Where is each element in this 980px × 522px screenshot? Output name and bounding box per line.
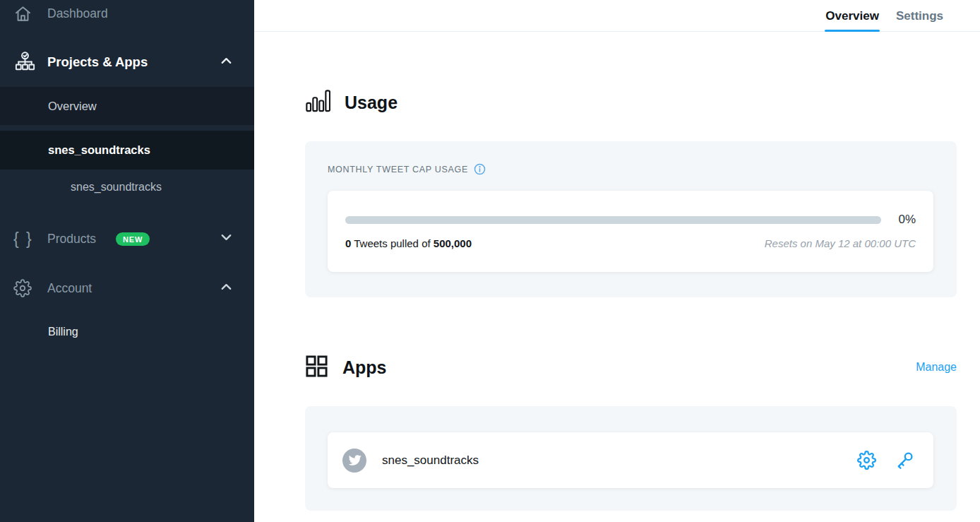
main-content: Overview Settings Usage MONTHLY TWEET CA… [254, 0, 980, 522]
home-icon [13, 4, 47, 23]
info-icon[interactable] [474, 163, 486, 175]
sidebar-item-products[interactable]: { } Products NEW [0, 223, 254, 254]
chevron-up-icon [218, 53, 234, 72]
sidebar-item-label: Overview [48, 100, 97, 113]
apps-card: snes_soundtracks [305, 406, 957, 511]
sitemap-icon [13, 51, 47, 74]
api-key-icon[interactable] [895, 451, 914, 470]
chevron-up-icon [218, 279, 234, 298]
new-badge: NEW [116, 232, 150, 246]
sidebar-item-label: Products [47, 232, 96, 247]
sidebar-item-label: snes_soundtracks [48, 143, 150, 157]
top-tab-bar: Overview Settings [254, 0, 980, 32]
bar-chart-icon [305, 89, 330, 116]
sidebar-item-label: Dashboard [47, 6, 108, 21]
app-list-item[interactable]: snes_soundtracks [328, 432, 933, 488]
usage-section-title: Usage [345, 93, 398, 113]
progress-row: 0% [345, 213, 916, 227]
sidebar-item-label: Projects & Apps [47, 54, 148, 70]
usage-meta-row: 0 Tweets pulled of 500,000 Resets on May… [345, 237, 916, 249]
usage-section-header: Usage [305, 89, 398, 116]
app-root: Dashboard Projects & Apps [0, 0, 980, 522]
progress-track [345, 216, 881, 224]
avatar [342, 449, 366, 473]
sidebar-item-overview[interactable]: Overview [0, 87, 254, 125]
sidebar-item-projects-apps[interactable]: Projects & Apps [0, 45, 254, 79]
tweets-pulled-label: Tweets pulled of [351, 237, 433, 249]
resets-text: Resets on May 12 at 00:00 UTC [765, 237, 916, 249]
tweets-pulled-text: 0 Tweets pulled of 500,000 [345, 237, 472, 249]
tweet-cap-usage-panel: 0% 0 Tweets pulled of 500,000 Resets on … [328, 191, 933, 272]
sidebar-item-dashboard[interactable]: Dashboard [0, 0, 254, 27]
apps-section-header: Apps Manage [305, 354, 957, 381]
twitter-bird-icon [348, 453, 361, 467]
usage-card-label: MONTHLY TWEET CAP USAGE [328, 165, 468, 174]
chevron-down-icon [218, 230, 234, 249]
sidebar-item-label: snes_soundtracks [71, 181, 162, 194]
sidebar-item-project-snes-soundtracks[interactable]: snes_soundtracks [0, 131, 254, 170]
grid-icon [305, 355, 328, 381]
braces-icon: { } [13, 231, 47, 247]
app-settings-gear-icon[interactable] [857, 451, 876, 470]
sidebar: Dashboard Projects & Apps [0, 0, 254, 522]
app-name: snes_soundtracks [382, 453, 479, 468]
usage-card-label-row: MONTHLY TWEET CAP USAGE [328, 163, 486, 175]
sidebar-item-label: Account [47, 281, 92, 296]
sidebar-item-app-snes-soundtracks[interactable]: snes_soundtracks [0, 175, 254, 199]
sidebar-item-account[interactable]: Account [0, 273, 254, 304]
apps-section-title: Apps [342, 357, 387, 378]
tab-overview[interactable]: Overview [825, 0, 880, 32]
sidebar-item-label: Billing [48, 326, 78, 338]
manage-link[interactable]: Manage [916, 361, 957, 374]
tab-nav: Overview Settings [825, 0, 944, 32]
gear-icon [13, 279, 47, 297]
usage-card: MONTHLY TWEET CAP USAGE 0% [305, 141, 957, 297]
tweet-cap-value: 500,000 [434, 237, 472, 249]
app-actions [857, 451, 914, 470]
tab-settings[interactable]: Settings [895, 0, 944, 32]
sidebar-item-billing[interactable]: Billing [0, 319, 254, 345]
progress-percent: 0% [895, 213, 916, 227]
